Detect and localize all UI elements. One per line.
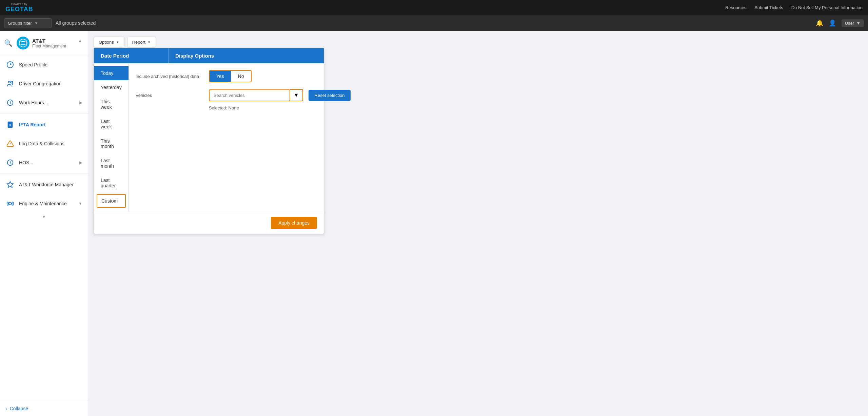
date-period-list: Today Yesterday This week Last week This… <box>94 63 129 212</box>
collapse-label: Collapse <box>10 406 28 411</box>
date-item-last-quarter[interactable]: Last quarter <box>94 173 129 193</box>
options-arrow-icon: ▼ <box>116 40 119 44</box>
options-button[interactable]: Options ▼ <box>94 37 124 48</box>
svg-rect-13 <box>7 202 8 205</box>
log-data-label: Log Data & Collisions <box>19 141 82 146</box>
sidebar-item-log-data[interactable]: Log Data & Collisions <box>0 134 88 153</box>
topbar: Powered by GEOTAB Resources Submit Ticke… <box>0 0 868 15</box>
log-data-icon <box>5 139 15 148</box>
svg-point-5 <box>11 81 13 83</box>
driver-congregation-label: Driver Congregation <box>19 81 82 86</box>
report-label: Report <box>132 40 145 45</box>
svg-rect-14 <box>12 202 14 205</box>
svg-point-4 <box>8 81 11 83</box>
date-item-yesterday[interactable]: Yesterday <box>94 80 129 95</box>
no-button[interactable]: No <box>231 71 251 82</box>
speed-profile-icon <box>5 60 15 69</box>
sidebar-item-att-workforce[interactable]: AT&T Workforce Manager <box>0 175 88 194</box>
hos-icon <box>5 158 15 167</box>
powered-by-text: Powered by <box>11 2 27 6</box>
scroll-down-icon: ▼ <box>42 214 46 219</box>
report-button[interactable]: Report ▼ <box>127 37 156 48</box>
filterbar: Groups filter ▼ All groups selected 🔔 👤 … <box>0 15 868 31</box>
att-workforce-icon <box>5 180 15 189</box>
sidebar-header: 🔍 AT&T Fleet Management ▲ <box>0 31 88 55</box>
sidebar-item-hos[interactable]: HOS... ▶ <box>0 153 88 172</box>
date-item-last-week[interactable]: Last week <box>94 114 129 134</box>
include-archived-label: Include archived (historical) data <box>136 74 203 79</box>
date-item-this-week[interactable]: This week <box>94 95 129 114</box>
engine-maintenance-arrow-icon: ▼ <box>78 201 82 206</box>
nav-divider-1 <box>0 113 88 114</box>
nav-divider-2 <box>0 173 88 174</box>
include-archived-row: Include archived (historical) data Yes N… <box>136 70 351 82</box>
ifta-report-label: IFTA Report <box>19 122 82 127</box>
scroll-down-indicator: ▼ <box>0 213 88 221</box>
sidebar-item-driver-congregation[interactable]: Driver Congregation <box>0 74 88 93</box>
main-layout: 🔍 AT&T Fleet Management ▲ <box>0 31 868 416</box>
date-item-last-month[interactable]: Last month <box>94 153 129 173</box>
submit-tickets-link[interactable]: Submit Tickets <box>754 5 783 10</box>
engine-maintenance-icon <box>5 199 15 208</box>
options-panel: Date Period Display Options Today Yester… <box>94 48 324 234</box>
att-workforce-label: AT&T Workforce Manager <box>19 182 82 187</box>
date-item-today[interactable]: Today <box>94 66 129 80</box>
vehicles-row: Vehicles ▼ Reset selection Selected: Non… <box>136 89 351 111</box>
hos-label: HOS... <box>19 160 75 165</box>
filterbar-icons: 🔔 👤 User ▼ <box>816 19 864 27</box>
vehicles-search-group: ▼ <box>209 89 303 101</box>
work-hours-arrow-icon: ▶ <box>79 100 82 105</box>
collapse-icon: ‹ <box>5 406 7 411</box>
do-not-sell-link[interactable]: Do Not Sell My Personal Information <box>791 5 863 10</box>
vehicles-dropdown-arrow[interactable]: ▼ <box>290 89 303 101</box>
main-content: Options ▼ Report ▼ Date Period Display O… <box>88 31 868 416</box>
yes-button[interactable]: Yes <box>210 71 231 82</box>
brand-text: GEOTAB <box>5 6 33 13</box>
sidebar-item-work-hours[interactable]: Work Hours... ▶ <box>0 93 88 112</box>
report-arrow-icon: ▼ <box>147 40 151 44</box>
user-dropdown-arrow-icon: ▼ <box>856 21 861 26</box>
topbar-left: Powered by GEOTAB <box>5 2 33 13</box>
svg-text:$: $ <box>9 124 11 127</box>
groups-filter-label: Groups filter <box>8 21 32 26</box>
search-vehicles-input[interactable] <box>209 89 290 101</box>
brand-logo-area: AT&T Fleet Management <box>17 37 66 49</box>
sidebar-item-speed-profile[interactable]: Speed Profile <box>0 55 88 74</box>
selected-none-text: Selected: None <box>209 105 239 110</box>
date-period-header: Date Period <box>94 48 169 63</box>
driver-congregation-icon <box>5 79 15 88</box>
reset-selection-button[interactable]: Reset selection <box>309 90 351 101</box>
date-item-custom[interactable]: Custom <box>97 194 126 208</box>
toolbar: Options ▼ Report ▼ <box>94 37 863 48</box>
resources-link[interactable]: Resources <box>725 5 746 10</box>
svg-point-12 <box>9 202 11 205</box>
user-name-text: User <box>845 21 854 26</box>
groups-filter-arrow-icon: ▼ <box>35 21 38 25</box>
brand-sub: Fleet Management <box>32 44 66 48</box>
notification-icon[interactable]: 🔔 <box>816 19 823 27</box>
panel-header: Date Period Display Options <box>94 48 324 63</box>
sidebar-collapse-arrow[interactable]: ▲ <box>78 38 82 43</box>
topbar-right: Resources Submit Tickets Do Not Sell My … <box>725 5 863 10</box>
geotab-logo: Powered by GEOTAB <box>5 2 33 13</box>
sidebar-item-engine-maintenance[interactable]: Engine & Maintenance ▼ <box>0 194 88 213</box>
panel-footer: Apply changes <box>94 212 324 234</box>
att-logo <box>17 37 29 49</box>
apply-changes-button[interactable]: Apply changes <box>271 217 317 229</box>
hos-arrow-icon: ▶ <box>79 160 82 165</box>
user-dropdown[interactable]: User ▼ <box>842 19 864 27</box>
sidebar-collapse[interactable]: ‹ Collapse <box>0 401 88 416</box>
work-hours-label: Work Hours... <box>19 100 75 105</box>
vehicles-dropdown-icon: ▼ <box>294 92 299 98</box>
groups-filter-button[interactable]: Groups filter ▼ <box>4 18 52 28</box>
display-options-panel: Include archived (historical) data Yes N… <box>129 63 358 212</box>
engine-maintenance-label: Engine & Maintenance <box>19 201 74 206</box>
speed-profile-label: Speed Profile <box>19 62 82 67</box>
vehicles-label: Vehicles <box>136 93 203 98</box>
display-options-header: Display Options <box>169 48 324 63</box>
search-icon[interactable]: 🔍 <box>4 39 13 47</box>
date-item-this-month[interactable]: This month <box>94 134 129 153</box>
user-icon[interactable]: 👤 <box>829 19 836 27</box>
options-label: Options <box>99 40 114 45</box>
sidebar-item-ifta-report[interactable]: $ IFTA Report <box>0 115 88 134</box>
